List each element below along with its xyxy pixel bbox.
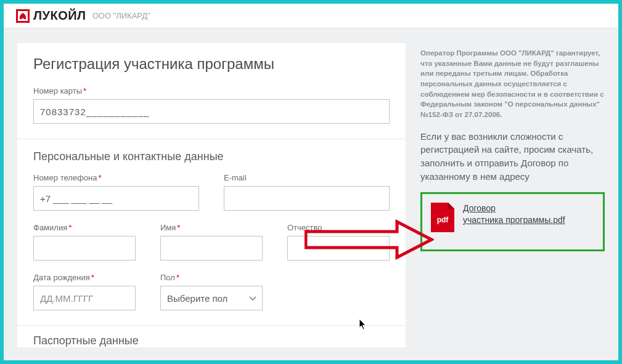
app-header: ЛУКОЙЛ ООО "ЛИКАРД" — [4, 4, 618, 28]
email-input[interactable] — [224, 186, 390, 211]
card-number-label: Номер карты* — [33, 86, 390, 95]
passport-section-title: Паспортные данные — [33, 334, 390, 347]
middlename-input[interactable] — [287, 236, 390, 261]
email-label: E-mail — [224, 173, 390, 182]
lukoil-logo-icon — [16, 9, 30, 23]
dob-input[interactable] — [33, 286, 136, 310]
middlename-label: Отчество — [287, 223, 390, 232]
registration-form: Регистрация участника программы Номер ка… — [17, 43, 406, 347]
lastname-label: Фамилия* — [33, 223, 136, 232]
sidebar: Оператор Программы ООО "ЛИКАРД" гарантир… — [420, 43, 605, 347]
page-title: Регистрация участника программы — [33, 55, 390, 73]
privacy-notice: Оператор Программы ООО "ЛИКАРД" гарантир… — [420, 48, 605, 120]
svg-text:pdf: pdf — [437, 216, 449, 224]
firstname-input[interactable] — [160, 236, 263, 261]
gender-select[interactable] — [160, 286, 263, 310]
download-box: pdf Договор участника программы.pdf — [420, 192, 605, 251]
brand-name: ЛУКОЙЛ — [33, 9, 86, 23]
download-agreement-link[interactable]: Договор участника программы.pdf — [463, 203, 565, 226]
help-text: Если у вас возникли сложности с регистра… — [420, 130, 605, 184]
company-name: ООО "ЛИКАРД" — [92, 11, 150, 20]
phone-input[interactable] — [33, 186, 199, 211]
phone-label: Номер телефона* — [33, 173, 199, 182]
personal-section-title: Персональные и контактные данные — [33, 150, 390, 163]
lastname-input[interactable] — [33, 236, 136, 261]
firstname-label: Имя* — [160, 223, 263, 232]
card-number-input[interactable] — [33, 99, 390, 124]
gender-label: Пол* — [160, 273, 263, 282]
pdf-file-icon: pdf — [431, 203, 454, 232]
dob-label: Дата рождения* — [33, 273, 136, 282]
